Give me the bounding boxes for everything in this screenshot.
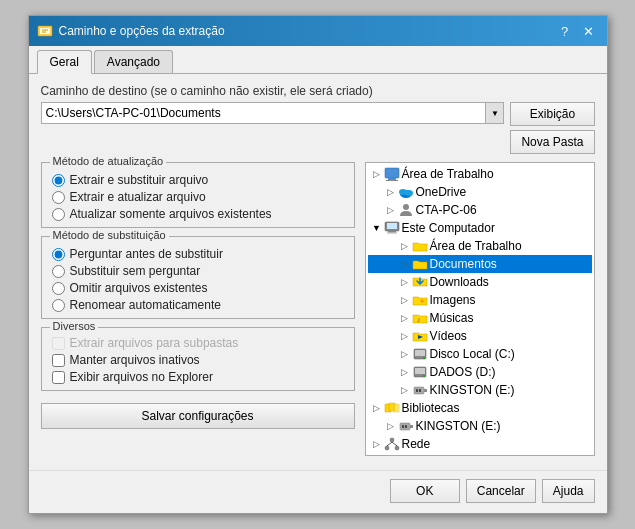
radio-skip-existing[interactable]: Omitir arquivos existentes	[52, 281, 344, 295]
radio-rename-auto-input[interactable]	[52, 299, 65, 312]
tree-item-bibliotecas[interactable]: ▷ Bibliotecas	[368, 399, 592, 417]
expander-desktop-root[interactable]: ▷	[370, 167, 384, 181]
ok-button[interactable]: OK	[390, 479, 460, 503]
svg-point-15	[420, 300, 423, 303]
tree-item-downloads[interactable]: ▷ Downloads	[368, 273, 592, 291]
expander-kingstona[interactable]: ▷	[398, 383, 412, 397]
expander-bibliotecas[interactable]: ▷	[370, 401, 384, 415]
tree-item-musicas[interactable]: ▷ ♪ Músicas	[368, 309, 592, 327]
expander-kingstonb[interactable]: ▷	[384, 419, 398, 433]
check-keep-inactive-input[interactable]	[52, 354, 65, 367]
tree-item-imagens[interactable]: ▷ Imagens	[368, 291, 592, 309]
check-subfolders-input[interactable]	[52, 337, 65, 350]
save-config-button[interactable]: Salvar configurações	[41, 403, 355, 429]
expander-musicas[interactable]: ▷	[398, 311, 412, 325]
icon-folder-docs	[412, 256, 428, 272]
tree-label-diskd: DADOS (D:)	[430, 365, 496, 379]
expander-videos[interactable]: ▷	[398, 329, 412, 343]
path-combobox[interactable]: C:\Users\CTA-PC-01\Documents ▼	[41, 102, 505, 124]
radio-replace-no-ask-input[interactable]	[52, 265, 65, 278]
tree-label-rede: Rede	[402, 437, 431, 451]
svg-rect-22	[415, 368, 425, 374]
expander-rede[interactable]: ▷	[370, 437, 384, 451]
dialog-title: Caminho e opções da extração	[59, 24, 225, 38]
expander-diskd[interactable]: ▷	[398, 365, 412, 379]
svg-rect-1	[40, 28, 50, 34]
tree-item-kingstona[interactable]: ▷ KINGSTON (E:)	[368, 381, 592, 399]
svg-rect-13	[388, 231, 396, 233]
radio-skip-existing-input[interactable]	[52, 282, 65, 295]
expander-imagens[interactable]: ▷	[398, 293, 412, 307]
svg-rect-34	[405, 425, 407, 428]
tree-item-user[interactable]: ▷ CTA-PC-06	[368, 201, 592, 219]
misc-label: Diversos	[50, 320, 99, 332]
check-show-explorer[interactable]: Exibir arquivos no Explorer	[52, 370, 344, 384]
file-tree[interactable]: ▷ Área de Trabalho ▷	[365, 162, 595, 456]
radio-replace-no-ask-label: Substituir sem perguntar	[70, 264, 201, 278]
tree-item-computer[interactable]: ▼ Este Computador	[368, 219, 592, 237]
icon-diskd	[412, 364, 428, 380]
tree-item-desktop-root[interactable]: ▷ Área de Trabalho	[368, 165, 592, 183]
help-title-button[interactable]: ?	[555, 21, 575, 41]
radio-rename-auto[interactable]: Renomear automaticamente	[52, 298, 344, 312]
icon-onedrive	[398, 184, 414, 200]
tree-item-documentos[interactable]: ▷ Documentos	[368, 255, 592, 273]
svg-text:♪: ♪	[417, 316, 421, 323]
main-body: Método de atualização Extrair e substitu…	[41, 162, 595, 456]
radio-extract-update-input[interactable]	[52, 191, 65, 204]
tree-item-diskc[interactable]: ▷ Disco Local (C:)	[368, 345, 592, 363]
radio-extract-update[interactable]: Extrair e atualizar arquivo	[52, 190, 344, 204]
path-label: Caminho de destino (se o caminho não exi…	[41, 84, 595, 98]
radio-update-existing[interactable]: Atualizar somente arquivos existentes	[52, 207, 344, 221]
radio-ask-replace-input[interactable]	[52, 248, 65, 261]
radio-ask-replace[interactable]: Perguntar antes de substituir	[52, 247, 344, 261]
path-value: C:\Users\CTA-PC-01\Documents	[42, 102, 486, 124]
check-show-explorer-input[interactable]	[52, 371, 65, 384]
close-button[interactable]: ✕	[579, 21, 599, 41]
radio-replace-no-ask[interactable]: Substituir sem perguntar	[52, 264, 344, 278]
svg-point-37	[395, 446, 399, 450]
help-button[interactable]: Ajuda	[542, 479, 595, 503]
expander-downloads[interactable]: ▷	[398, 275, 412, 289]
nova-pasta-button[interactable]: Nova Pasta	[510, 130, 594, 154]
check-keep-inactive-label: Manter arquivos inativos	[70, 353, 200, 367]
svg-point-9	[405, 190, 413, 196]
cancel-button[interactable]: Cancelar	[466, 479, 536, 503]
icon-kingstona	[412, 382, 428, 398]
check-keep-inactive[interactable]: Manter arquivos inativos	[52, 353, 344, 367]
icon-imagens	[412, 292, 428, 308]
exibicao-button[interactable]: Exibição	[510, 102, 594, 126]
radio-rename-auto-label: Renomear automaticamente	[70, 298, 221, 312]
radio-ask-replace-label: Perguntar antes de substituir	[70, 247, 223, 261]
check-show-explorer-label: Exibir arquivos no Explorer	[70, 370, 213, 384]
expander-computer[interactable]: ▼	[370, 221, 384, 235]
radio-extract-replace-input[interactable]	[52, 174, 65, 187]
expander-diskc[interactable]: ▷	[398, 347, 412, 361]
tab-bar: Geral Avançado	[29, 46, 607, 74]
svg-point-35	[390, 438, 394, 442]
tree-item-onedrive[interactable]: ▷ OneDrive	[368, 183, 592, 201]
expander-onedrive[interactable]: ▷	[384, 185, 398, 199]
expander-desktop-sub[interactable]: ▷	[398, 239, 412, 253]
expander-documentos[interactable]: ▷	[398, 257, 412, 271]
tree-label-desktop-root: Área de Trabalho	[402, 167, 494, 181]
radio-extract-replace[interactable]: Extrair e substituir arquivo	[52, 173, 344, 187]
expander-user[interactable]: ▷	[384, 203, 398, 217]
path-row: C:\Users\CTA-PC-01\Documents ▼ Exibição …	[41, 102, 595, 154]
tree-item-videos[interactable]: ▷ Vídeos	[368, 327, 592, 345]
tree-item-kingstonb[interactable]: ▷ KINGSTON (E:)	[368, 417, 592, 435]
tree-item-desktop-sub[interactable]: ▷ Área de Trabalho	[368, 237, 592, 255]
tree-item-diskd[interactable]: ▷ DADOS (D:)	[368, 363, 592, 381]
check-subfolders[interactable]: Extrair arquivos para subpastas	[52, 336, 344, 350]
tab-avancado[interactable]: Avançado	[94, 50, 173, 73]
icon-folder-desktop	[412, 238, 428, 254]
tree-item-rede[interactable]: ▷ Rede	[368, 435, 592, 453]
tree-label-imagens: Imagens	[430, 293, 476, 307]
tree-label-downloads: Downloads	[430, 275, 489, 289]
tree-label-computer: Este Computador	[402, 221, 495, 235]
tab-geral[interactable]: Geral	[37, 50, 92, 74]
path-dropdown-arrow[interactable]: ▼	[485, 103, 503, 123]
radio-update-existing-input[interactable]	[52, 208, 65, 221]
tree-label-user: CTA-PC-06	[416, 203, 477, 217]
update-method-label: Método de atualização	[50, 155, 167, 167]
